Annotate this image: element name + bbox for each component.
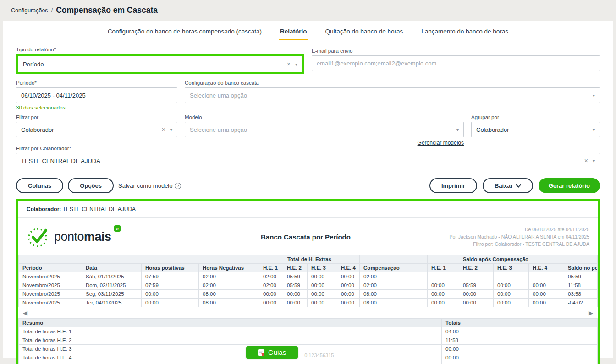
column-header: Saldo no período — [564, 264, 598, 272]
table-cell: 07:59 — [142, 272, 199, 281]
table-cell: 20:00 — [442, 362, 598, 364]
breadcrumb-link-configuracoes[interactable]: Configurações — [11, 7, 48, 14]
tab-relatorio[interactable]: Relatório — [279, 25, 308, 40]
filter-by-select[interactable]: Colaborador × ▾ — [16, 122, 177, 137]
print-button[interactable]: Imprimir — [429, 178, 477, 193]
model-label: Modelo — [185, 114, 464, 120]
download-button[interactable]: Baixar — [483, 178, 533, 193]
table-cell: 08:00 — [360, 299, 428, 307]
page-title: Compensação em Cascata — [56, 5, 158, 15]
table-cell: 00:00 — [459, 299, 494, 307]
table-cell: 05:59 — [459, 281, 494, 290]
scroll-right-icon[interactable]: ▶ — [588, 310, 593, 316]
table-cell: 02:00 — [259, 272, 283, 281]
period-field[interactable] — [16, 87, 177, 103]
table-cell: Total de horas H.E. 4 — [19, 353, 442, 362]
group-header-spacer — [19, 255, 259, 264]
tab-configuracao-banco[interactable]: Configuração do banco de horas compensad… — [107, 25, 263, 40]
table-cell: 08:00 — [360, 290, 428, 299]
column-header: H.E. 3 — [494, 264, 529, 272]
chevron-down-icon[interactable]: ▾ — [295, 62, 297, 67]
email-label: E-mail para envio — [312, 48, 600, 54]
checkmark-logo-icon — [27, 224, 51, 249]
table-cell: 00:00 — [337, 272, 360, 281]
guias-button[interactable]: Guias — [246, 346, 298, 359]
column-header: H.E. 3 — [308, 264, 337, 272]
generate-report-button[interactable]: Gerar relatório — [539, 178, 600, 193]
group-by-value: Colaborador — [476, 126, 593, 133]
table-cell: Total de horas H.E. 3 — [19, 345, 442, 353]
clear-icon[interactable]: × — [287, 60, 291, 68]
table-cell — [494, 272, 529, 281]
table-cell: 02:00 — [199, 272, 259, 281]
table-cell: -04:02 — [564, 299, 598, 307]
chevron-down-icon[interactable]: ▾ — [593, 93, 595, 98]
table-cell: 00:00 — [494, 299, 529, 307]
table-row: Novembro/2025Dom, 02/11/202507:5902:0002… — [19, 281, 598, 290]
table-cell: 03:58 — [564, 290, 598, 299]
help-icon[interactable]: ? — [175, 183, 181, 189]
table-cell: 00:00 — [283, 299, 308, 307]
table-cell: 07:59 — [142, 281, 199, 290]
table-cell: 00:00 — [259, 299, 283, 307]
table-cell: 00:00 — [442, 353, 598, 362]
model-select[interactable]: Selecione uma opção ▾ — [185, 122, 464, 137]
chevron-down-icon[interactable]: ▾ — [593, 158, 595, 163]
watermark-text: 0.123456315 — [304, 353, 334, 358]
period-label: Período* — [16, 80, 177, 86]
table-cell: 00:00 — [308, 272, 337, 281]
table-cell: 00:00 — [428, 299, 459, 307]
column-header: H.E. 4 — [529, 264, 564, 272]
column-header: Totais — [442, 319, 598, 327]
filter-employee-select[interactable]: TESTE CENTRAL DE AJUDA × ▾ — [16, 153, 600, 168]
table-cell: 00:00 — [428, 281, 459, 290]
tab-bar: Configuração do banco de horas compensad… — [3, 21, 613, 40]
column-header: Horas Negativas — [199, 264, 259, 272]
chevron-down-icon[interactable]: ▾ — [170, 127, 172, 132]
table-cell: 00:00 — [308, 299, 337, 307]
report-form: Tipo do relatório* Período × ▾ E-mail pa… — [3, 40, 613, 168]
table-cell: 00:00 — [529, 299, 564, 307]
table-cell — [459, 272, 494, 281]
columns-button[interactable]: Colunas — [16, 178, 63, 193]
chevron-down-icon[interactable]: ▾ — [593, 127, 595, 132]
filter-by-value: Colaborador — [21, 126, 162, 133]
table-cell — [529, 272, 564, 281]
report-type-label: Tipo do relatório* — [16, 47, 304, 52]
table-row: Novembro/2025Seg, 03/11/202500:0008:0000… — [19, 290, 598, 299]
table-cell: Total de horas H.E. 2 — [19, 336, 442, 345]
clear-icon[interactable]: × — [162, 126, 165, 133]
email-field[interactable] — [312, 55, 600, 71]
table-cell: 02:00 — [259, 281, 283, 290]
options-button[interactable]: Opções — [68, 178, 114, 193]
report-type-select[interactable]: Período × ▾ — [18, 56, 302, 72]
column-header: H.E. 1 — [259, 264, 283, 272]
table-cell: 05:59 — [283, 281, 308, 290]
vr-badge: vr — [114, 225, 121, 232]
save-as-model-link[interactable]: Salvar como modelo ? — [118, 182, 182, 189]
table-cell: 00:00 — [308, 290, 337, 299]
table-cell: Ter, 04/11/2025 — [82, 299, 142, 307]
manage-models-link[interactable]: Gerenciar modelos — [418, 140, 464, 146]
group-header-spacer — [564, 255, 598, 264]
table-cell: Sáb, 01/11/2025 — [82, 272, 142, 281]
table-cell: 00:00 — [442, 345, 598, 353]
cascade-config-select[interactable]: Selecione uma opção ▾ — [185, 87, 600, 103]
scroll-left-icon[interactable]: ◀ — [23, 310, 28, 316]
table-cell: 00:00 — [337, 281, 360, 290]
cascade-config-placeholder: Selecione uma opção — [190, 92, 593, 99]
table-cell: Novembro/2025 — [19, 290, 82, 299]
tab-quitacao[interactable]: Quitação do banco de horas — [324, 25, 404, 40]
group-header-cell: Saldo após Compensação — [428, 255, 564, 264]
report-table-body: Novembro/2025Sáb, 01/11/202507:5902:0002… — [19, 272, 598, 307]
report-employee-name: TESTE CENTRAL DE AJUDA — [62, 206, 136, 212]
tab-lancamento[interactable]: Lançamento do banco de horas — [420, 25, 509, 40]
column-header: Compensação — [360, 264, 428, 272]
group-by-select[interactable]: Colaborador ▾ — [471, 122, 600, 137]
brand-mais: mais — [84, 230, 111, 244]
table-cell: 02:00 — [360, 281, 428, 290]
table-cell: 00:00 — [142, 299, 199, 307]
clear-icon[interactable]: × — [584, 157, 588, 164]
table-cell: 00:00 — [283, 290, 308, 299]
chevron-down-icon[interactable]: ▾ — [456, 127, 459, 132]
